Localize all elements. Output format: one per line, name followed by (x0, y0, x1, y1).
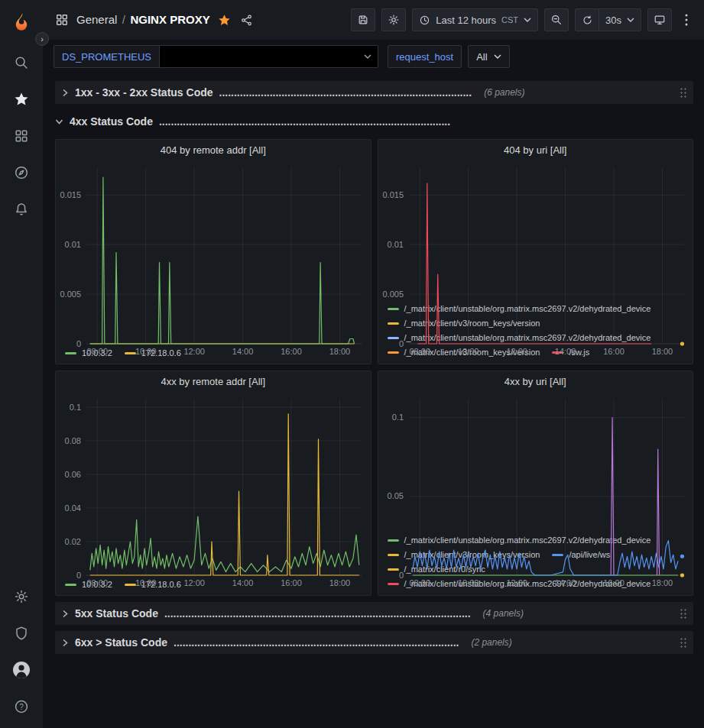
favorite-star-button[interactable] (216, 12, 232, 28)
chevron-down-icon (524, 18, 531, 22)
row-title: 4xx Status Code (70, 115, 153, 128)
row-collapse-button[interactable]: 4xx Status Code ........................… (55, 115, 693, 128)
search-icon (14, 55, 29, 70)
svg-text:0.08: 0.08 (65, 436, 81, 445)
row-drag-handle[interactable] (680, 87, 687, 99)
variable-datasource-label[interactable]: DS_PROMETHEUS (54, 45, 160, 68)
svg-text:12:00: 12:00 (183, 347, 205, 356)
svg-text:0: 0 (76, 339, 81, 348)
filled-star-icon (218, 14, 231, 27)
row-title-dots: ........................................… (174, 636, 459, 649)
refresh-interval-dropdown[interactable]: 30s (599, 8, 641, 31)
svg-text:18:00: 18:00 (651, 578, 673, 587)
svg-text:0.06: 0.06 (65, 470, 81, 479)
sidebar-item-search[interactable] (0, 44, 43, 81)
sidebar-item-explore[interactable] (0, 154, 43, 191)
svg-text:0.02: 0.02 (65, 537, 81, 546)
timeseries-chart: 08:0010:0012:0014:0016:0018:0000.020.040… (56, 393, 371, 577)
svg-text:10:00: 10:00 (135, 578, 157, 587)
svg-text:0.04: 0.04 (65, 503, 81, 513)
svg-text:08:00: 08:00 (409, 347, 430, 356)
more-options-button[interactable] (678, 8, 695, 31)
star-icon (14, 92, 29, 107)
breadcrumb: General / NGINX PROXY (76, 13, 210, 27)
time-range-picker[interactable]: Last 12 hours CST (412, 8, 538, 31)
save-dashboard-button[interactable] (351, 8, 375, 31)
panel-404-by-remote-addr: 404 by remote addr [All] 08:0010:0012:00… (55, 139, 371, 364)
row-title: 1xx - 3xx - 2xx Status Code (75, 86, 213, 99)
svg-text:16:00: 16:00 (281, 347, 302, 356)
svg-text:0.015: 0.015 (60, 190, 81, 199)
chevron-right-icon (61, 639, 69, 647)
row-expand-button[interactable]: 6xx > Status Code ......................… (61, 636, 672, 649)
zoom-out-icon (550, 14, 563, 26)
breadcrumb-separator: / (122, 13, 125, 26)
refresh-button[interactable] (575, 8, 599, 31)
panel-grid: 404 by remote addr [All] 08:0010:0012:00… (55, 139, 693, 596)
row-drag-handle[interactable] (680, 608, 687, 620)
row-title-dots: ........................................… (159, 115, 450, 128)
share-icon (240, 14, 253, 27)
svg-text:0.05: 0.05 (387, 491, 403, 500)
row-panel-count: (6 panels) (484, 87, 524, 98)
cycle-view-button[interactable] (647, 8, 672, 31)
zoom-out-button[interactable] (544, 8, 569, 31)
svg-text:16:00: 16:00 (603, 347, 625, 356)
sidebar-item-help[interactable]: ? (0, 688, 43, 725)
svg-text:14:00: 14:00 (554, 347, 576, 356)
avatar (11, 660, 31, 680)
chevron-down-icon (364, 54, 371, 59)
row-drag-handle[interactable] (680, 637, 687, 649)
sidebar-bottom: ? (0, 578, 43, 728)
navbar-right: Last 12 hours CST 30 (351, 8, 695, 31)
svg-text:0.005: 0.005 (60, 290, 81, 299)
svg-text:08:00: 08:00 (87, 578, 109, 587)
refresh-group: 30s (575, 8, 641, 31)
svg-text:10:00: 10:00 (135, 347, 157, 356)
sidebar-expand-toggle[interactable]: › (35, 32, 49, 46)
row-expand-button[interactable]: 1xx - 3xx - 2xx Status Code ............… (61, 86, 672, 99)
grafana-app: › (0, 0, 704, 728)
svg-text:0.005: 0.005 (382, 290, 404, 299)
svg-text:?: ? (19, 703, 24, 711)
panel-title[interactable]: 404 by uri [All] (378, 140, 693, 161)
breadcrumb-folder[interactable]: General (76, 13, 117, 26)
compass-icon (14, 165, 29, 180)
row-title-dots: ........................................… (164, 607, 471, 620)
row-1xx-3xx-2xx: 1xx - 3xx - 2xx Status Code ............… (55, 81, 693, 104)
row-expand-button[interactable]: 5xx Status Code ........................… (61, 607, 672, 620)
svg-text:0.015: 0.015 (382, 190, 404, 199)
variable-datasource-value[interactable] (160, 45, 378, 68)
sidebar-item-starred[interactable] (0, 81, 43, 118)
sidebar-item-configuration[interactable] (0, 578, 43, 615)
variable-request-host-value[interactable]: All (468, 45, 509, 68)
panel-title[interactable]: 404 by remote addr [All] (56, 140, 371, 161)
dashboard-apps-button[interactable] (54, 11, 70, 28)
save-icon (357, 14, 369, 26)
row-4xx: 4xx Status Code ........................… (55, 110, 693, 133)
shield-icon (14, 626, 29, 641)
sidebar-item-alerting[interactable] (0, 191, 43, 228)
svg-text:16:00: 16:00 (281, 578, 302, 587)
svg-text:12:00: 12:00 (506, 347, 527, 356)
panel-404-by-uri: 404 by uri [All] 08:0010:0012:0014:0016:… (378, 139, 694, 364)
timezone-label: CST (501, 15, 518, 24)
svg-text:08:00: 08:00 (409, 578, 430, 587)
variable-request-host-label[interactable]: request_host (388, 45, 462, 68)
variables-bar: DS_PROMETHEUS request_host All (43, 40, 704, 73)
sidebar-item-server-admin[interactable] (0, 615, 43, 652)
monitor-icon (654, 14, 666, 26)
share-dashboard-button[interactable] (238, 12, 255, 28)
panel-title[interactable]: 4xx by uri [All] (378, 371, 693, 393)
bell-icon (14, 202, 29, 217)
sidebar-item-profile[interactable] (0, 652, 43, 688)
dashboard-settings-button[interactable] (381, 8, 406, 31)
panel-title[interactable]: 4xx by remote addr [All] (56, 371, 371, 393)
sidebar-item-dashboards[interactable] (0, 118, 43, 154)
dashboards-grid-icon (14, 128, 29, 144)
page-title: NGINX PROXY (130, 13, 209, 26)
timeseries-chart: 08:0010:0012:0014:0016:0018:0000.050.1 (378, 393, 693, 532)
gear-icon (14, 589, 29, 604)
main-area: General / NGINX PROXY (43, 0, 704, 728)
chevron-down-icon (55, 118, 63, 125)
